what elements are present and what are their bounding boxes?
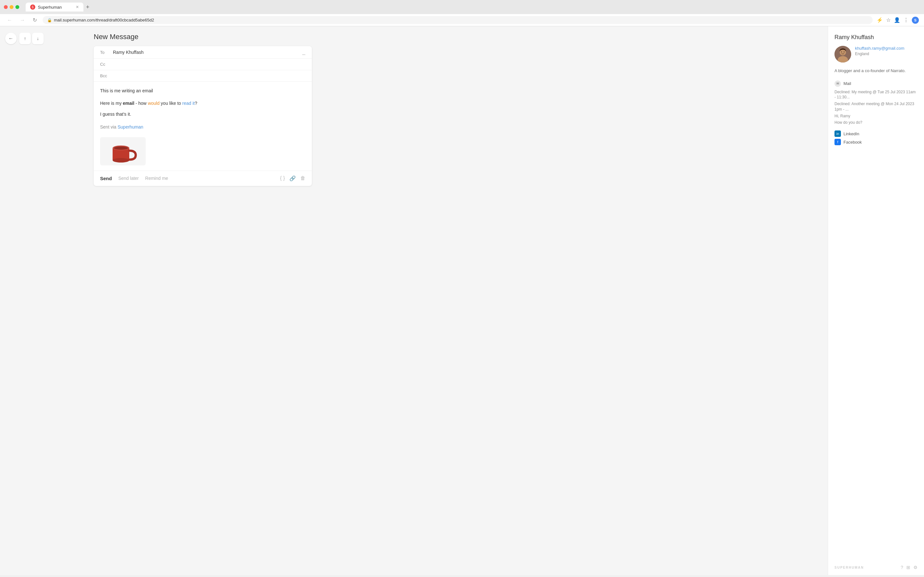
contact-info: khuffash.ramy@gmail.com England	[835, 46, 918, 63]
extensions-icon[interactable]: ⚡	[877, 17, 883, 23]
tab-close-button[interactable]: ✕	[76, 5, 79, 9]
linkedin-item[interactable]: in LinkedIn	[835, 131, 918, 137]
attachment-area	[94, 135, 312, 171]
profile-icon[interactable]: 👤	[894, 17, 900, 23]
avatar-letter: S	[914, 18, 916, 22]
body-link-would[interactable]: would	[148, 101, 160, 106]
contact-details: khuffash.ramy@gmail.com England	[855, 46, 918, 56]
down-arrow-icon: ↓	[37, 36, 39, 41]
active-tab[interactable]: 6 Superhuman ✕	[26, 3, 83, 11]
compose-icon[interactable]: ⎯	[302, 49, 305, 55]
linkedin-label: LinkedIn	[843, 131, 859, 136]
url-bar[interactable]: 🔒 mail.superhuman.com/thread/draft00cbca…	[43, 16, 873, 24]
email-signature: Sent via Superhuman	[100, 124, 305, 129]
reload-button[interactable]: ↻	[31, 16, 39, 24]
user-avatar[interactable]: S	[912, 17, 919, 24]
email-body[interactable]: This is me writing an email Here is my e…	[94, 82, 312, 135]
svg-point-4	[114, 147, 128, 150]
social-links: in LinkedIn f Facebook	[835, 131, 918, 145]
mail-section-label: Mail	[843, 81, 851, 86]
mail-section-icon: ✉	[835, 81, 841, 87]
panel-footer: SUPERHUMAN ? ⊞ ⚙	[835, 565, 918, 570]
mail-items: Declined: My meeting @ Tue 25 Jul 2023 1…	[835, 89, 918, 126]
body-paragraph-2[interactable]: I guess that's it.	[100, 111, 305, 118]
remind-me-button[interactable]: Remind me	[145, 176, 168, 181]
cc-field-row[interactable]: Cc	[94, 59, 312, 70]
delete-icon[interactable]: 🗑	[300, 175, 305, 181]
attachment-thumbnail[interactable]	[100, 137, 145, 165]
contact-avatar	[835, 46, 851, 63]
table-icon[interactable]: ⊞	[906, 565, 910, 570]
signature-prefix: Sent via	[100, 124, 118, 129]
send-later-button[interactable]: Send later	[118, 176, 139, 181]
bcc-field-row[interactable]: Bcc	[94, 70, 312, 82]
superhuman-link[interactable]: Superhuman	[118, 124, 143, 129]
fullscreen-window-button[interactable]	[15, 5, 19, 9]
linkedin-icon: in	[835, 131, 841, 137]
mug-image	[107, 139, 139, 164]
code-icon[interactable]: { }	[280, 175, 285, 181]
contact-location: England	[855, 52, 918, 56]
new-tab-button[interactable]: +	[86, 4, 89, 11]
tab-bar: 6 Superhuman ✕ +	[22, 3, 920, 11]
body-link-read-it[interactable]: read it	[182, 101, 195, 106]
avatar-image	[835, 46, 851, 63]
up-arrow-icon: ↑	[24, 36, 26, 41]
body-paragraph-1[interactable]: Here is my email - how would you like to…	[100, 100, 305, 107]
main-content: New Message To Ramy Khuffash ⎯ Cc Bcc Th…	[86, 26, 828, 575]
prev-message-button[interactable]: ↑	[19, 33, 31, 44]
panel-footer-icons: ? ⊞ ⚙	[901, 565, 918, 570]
footer-right-actions: { } 🔗 🗑	[280, 175, 305, 181]
link-icon[interactable]: 🔗	[289, 175, 296, 181]
next-message-button[interactable]: ↓	[32, 33, 44, 44]
browser-chrome: 6 Superhuman ✕ + ← → ↻ 🔒 mail.superhuman…	[0, 0, 924, 26]
body-text-middle: - how	[134, 101, 148, 106]
svg-point-2	[113, 158, 129, 163]
facebook-item[interactable]: f Facebook	[835, 139, 918, 145]
bcc-label: Bcc	[100, 73, 113, 78]
back-button[interactable]: ←	[5, 17, 14, 24]
close-window-button[interactable]	[4, 5, 8, 9]
body-text-prefix: Here is my	[100, 101, 123, 106]
help-icon[interactable]: ?	[901, 565, 903, 570]
address-bar: ← → ↻ 🔒 mail.superhuman.com/thread/draft…	[0, 14, 924, 26]
menu-icon[interactable]: ⋮	[903, 17, 909, 23]
nav-arrows: ↑ ↓	[19, 33, 44, 44]
left-nav: ← ↑ ↓	[0, 26, 86, 575]
browser-toolbar: ⚡ ☆ 👤 ⋮ S	[877, 17, 919, 24]
compose-card: To Ramy Khuffash ⎯ Cc Bcc This is me wri…	[94, 46, 312, 186]
compose-footer: Send Send later Remind me { } 🔗 🗑	[94, 171, 312, 186]
body-text-bold: email	[123, 101, 134, 106]
forward-button[interactable]: →	[18, 17, 27, 24]
mail-item[interactable]: Declined: Another meeting @ Mon 24 Jul 2…	[835, 101, 918, 112]
to-value[interactable]: Ramy Khuffash	[113, 50, 302, 55]
bookmark-icon[interactable]: ☆	[886, 17, 891, 23]
right-panel: Ramy Khuffash khuffash.ramy@gmail.com	[828, 26, 924, 575]
to-label: To	[100, 50, 113, 55]
mail-item[interactable]: Declined: My meeting @ Tue 25 Jul 2023 1…	[835, 89, 918, 100]
contact-email[interactable]: khuffash.ramy@gmail.com	[855, 46, 918, 51]
mail-item[interactable]: Hi, Ramy	[835, 113, 918, 119]
settings-icon[interactable]: ⚙	[913, 565, 918, 570]
minimize-window-button[interactable]	[10, 5, 13, 9]
back-nav-button[interactable]: ←	[5, 33, 17, 44]
mail-item[interactable]: How do you do?	[835, 120, 918, 125]
subject-line[interactable]: This is me writing an email	[100, 88, 305, 93]
body-text-end: ?	[195, 101, 197, 106]
facebook-icon: f	[835, 139, 841, 145]
tab-favicon: 6	[30, 5, 35, 10]
contact-bio: A blogger and a co-founder of Narrato.	[835, 68, 918, 74]
traffic-lights	[4, 5, 19, 9]
mail-section-header: ✉ Mail	[835, 81, 918, 87]
tab-count: 6	[32, 5, 34, 9]
to-field-row[interactable]: To Ramy Khuffash ⎯	[94, 46, 312, 59]
app-layout: ← ↑ ↓ New Message To Ramy Khuffash ⎯	[0, 26, 924, 575]
svg-point-8	[841, 52, 842, 53]
brand-footer: SUPERHUMAN	[835, 566, 864, 569]
send-button[interactable]: Send	[100, 176, 112, 181]
svg-point-9	[844, 52, 845, 53]
page-title: New Message	[94, 33, 820, 41]
browser-titlebar: 6 Superhuman ✕ +	[0, 0, 924, 14]
back-arrow-icon: ←	[8, 35, 13, 41]
tab-title: Superhuman	[38, 5, 61, 10]
